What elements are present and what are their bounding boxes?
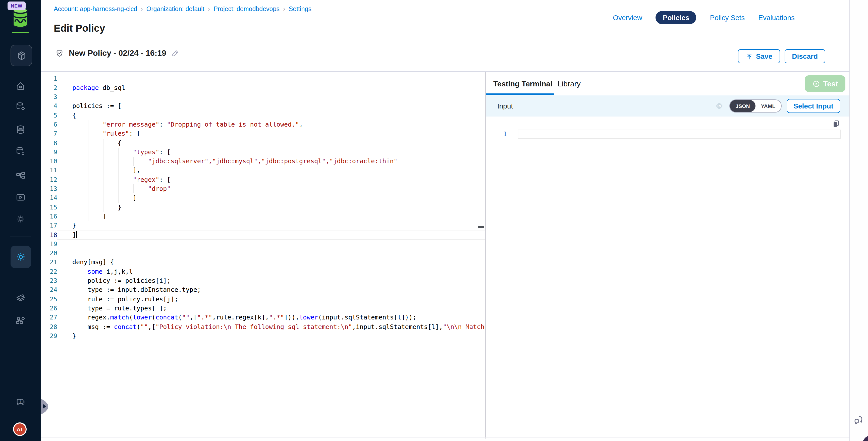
test-button-disabled[interactable]: Test	[805, 75, 845, 92]
format-toggle-yaml[interactable]: YAML	[755, 100, 781, 112]
code-line[interactable]: 11 ],	[41, 166, 485, 175]
code-line[interactable]: 23 policy := policies[i];	[41, 276, 485, 286]
code-line[interactable]: 28 msg := concat("",["Policy violation:\…	[41, 322, 485, 332]
code-line[interactable]: 8 {	[41, 138, 485, 148]
code-line[interactable]: 29}	[41, 332, 485, 341]
save-button[interactable]: Save	[738, 49, 780, 63]
breadcrumb-separator: ›	[208, 5, 210, 12]
code-line[interactable]: 2package db_sql	[41, 83, 485, 93]
code-line[interactable]: 19	[41, 240, 485, 249]
right-rail-divider	[849, 0, 850, 441]
breadcrumb-settings[interactable]: Settings	[289, 5, 311, 12]
indent-guide	[133, 184, 133, 194]
play-circle-icon	[812, 80, 820, 88]
sidebar-hierarchy-settings-icon[interactable]	[15, 315, 26, 326]
logo-underline	[12, 32, 29, 33]
testing-panel: Testing Terminal Library Test Input	[486, 72, 849, 439]
line-number: 8	[41, 138, 57, 148]
input-label: Input	[497, 102, 513, 110]
format-toggle-json[interactable]: JSON	[730, 100, 755, 112]
code-line[interactable]: 20	[41, 249, 485, 258]
line-number: 18	[41, 230, 57, 240]
tab-evaluations[interactable]: Evaluations	[758, 13, 795, 22]
code-text: ]	[57, 230, 485, 240]
support-chat-icon[interactable]	[852, 414, 865, 426]
code-line[interactable]: 7 "rules": [	[41, 129, 485, 138]
code-text: "types": [	[57, 148, 485, 157]
line-number: 23	[41, 276, 57, 286]
code-line[interactable]: 13 "drop"	[41, 184, 485, 194]
code-line[interactable]: 9 "types": [	[41, 148, 485, 157]
breadcrumb-organization[interactable]: Organization: default	[147, 5, 205, 12]
line-number: 20	[41, 249, 57, 258]
policy-code-editor[interactable]: 12package db_sql34policies := [5{6 "erro…	[41, 72, 485, 439]
breadcrumb: Account: app-harness-ng-cicd › Organizat…	[54, 5, 311, 12]
select-input-label: Select Input	[794, 102, 833, 110]
sidebar-module-database-devops[interactable]	[10, 45, 32, 66]
code-line[interactable]: 5{	[41, 111, 485, 120]
line-number: 17	[41, 221, 57, 230]
line-number: 27	[41, 313, 57, 322]
sidebar-executions-icon[interactable]	[15, 192, 26, 203]
breadcrumb-project[interactable]: Project: demodbdevops	[214, 5, 280, 12]
indent-guide	[118, 148, 118, 203]
line-number: 26	[41, 304, 57, 313]
testing-panel-tabs: Testing Terminal Library Test	[486, 72, 849, 95]
line-number: 3	[41, 92, 57, 102]
tab-policy-sets[interactable]: Policy Sets	[710, 13, 745, 22]
code-line[interactable]: 17}	[41, 221, 485, 230]
sidebar-database-stack-icon[interactable]	[15, 124, 26, 135]
sidebar-layers-settings-icon[interactable]	[15, 293, 26, 304]
sidebar-home-icon[interactable]	[15, 81, 26, 92]
tab-overview[interactable]: Overview	[613, 13, 642, 22]
code-line[interactable]: 6 "error_message": "Dropping of table is…	[41, 120, 485, 129]
breadcrumb-account[interactable]: Account: app-harness-ng-cicd	[54, 5, 137, 12]
code-text: some i,j,k,l	[57, 267, 485, 276]
code-line[interactable]: 1	[41, 74, 485, 83]
sidebar-database-settings-icon[interactable]	[15, 101, 26, 112]
line-number: 24	[41, 286, 57, 295]
settings-gear-icon	[15, 251, 27, 263]
code-line[interactable]: 18]	[41, 230, 485, 240]
code-text	[57, 92, 485, 102]
tab-testing-terminal-active[interactable]: Testing Terminal	[493, 80, 553, 88]
code-text: }	[57, 221, 485, 230]
sidebar-pipelines-icon[interactable]	[15, 170, 26, 181]
copy-icon[interactable]	[832, 120, 840, 128]
line-number: 4	[41, 102, 57, 111]
line-number: 21	[41, 258, 57, 267]
sidebar-divider	[10, 237, 31, 237]
code-line[interactable]: 10 "jdbc:sqlserver","jdbc:mysql","jdbc:p…	[41, 157, 485, 166]
test-input-editor[interactable]: 1	[486, 117, 849, 439]
tab-library[interactable]: Library	[558, 80, 581, 88]
code-line[interactable]: 15 }	[41, 203, 485, 212]
test-input-active-line[interactable]	[518, 130, 841, 138]
code-line[interactable]: 4policies := [	[41, 102, 485, 111]
discard-button[interactable]: Discard	[784, 49, 825, 63]
code-line[interactable]: 16 ]	[41, 212, 485, 221]
sidebar-gear-icon[interactable]	[15, 214, 26, 224]
sidebar-help-chat-icon[interactable]: ?	[15, 396, 26, 407]
select-input-button[interactable]: Select Input	[786, 99, 840, 113]
code-line[interactable]: 21deny[msg] {	[41, 258, 485, 267]
code-text: "error_message": "Dropping of table is n…	[57, 120, 485, 129]
code-line[interactable]: 14 ]	[41, 194, 485, 203]
breadcrumb-separator: ›	[141, 5, 143, 12]
sidebar-item-project-settings-active[interactable]	[10, 246, 31, 268]
code-line[interactable]: 27 regex.match(lower(concat("",[".*",rul…	[41, 313, 485, 322]
line-number: 2	[41, 83, 57, 93]
code-line[interactable]: 25 rule := policy.rules[j];	[41, 294, 485, 304]
format-toggle: JSON YAML	[730, 99, 782, 113]
code-line[interactable]: 12 "regex": [	[41, 175, 485, 185]
test-input-line[interactable]: 1	[486, 130, 849, 138]
user-avatar[interactable]: AT	[13, 422, 27, 436]
code-line[interactable]: 26 type = rule.types[_];	[41, 304, 485, 313]
code-line[interactable]: 24 type := input.dbInstance.type;	[41, 286, 485, 295]
code-line[interactable]: 22 some i,j,k,l	[41, 267, 485, 276]
edit-pencil-icon[interactable]	[171, 49, 179, 57]
code-line[interactable]: 3	[41, 92, 485, 102]
code-text	[57, 240, 485, 249]
tab-policies-active[interactable]: Policies	[656, 11, 696, 24]
sidebar-database-instances-icon[interactable]	[15, 146, 26, 157]
code-text: {	[57, 138, 485, 148]
